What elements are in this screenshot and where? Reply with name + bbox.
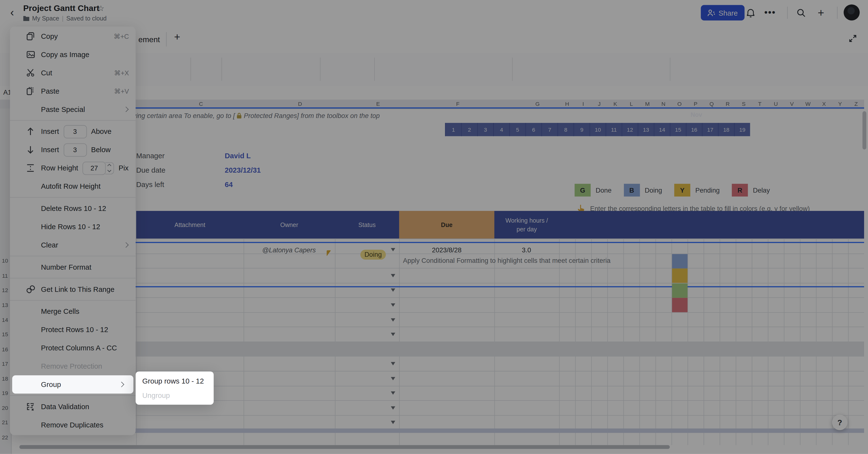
spreadsheet-app: ‹ Project Gantt Chart ☆ My Space | Saved… [0,0,868,454]
submenu-arrow-icon [119,382,124,387]
group-submenu: Group rows 10 - 12Ungroup [135,371,214,404]
submenu-item-group-rows-10-12[interactable]: Group rows 10 - 12 [135,374,214,388]
submenu-item-ungroup[interactable]: Ungroup [135,388,214,402]
menu-item-group[interactable]: Group [12,375,133,394]
menu-item-label: Group [41,381,61,389]
